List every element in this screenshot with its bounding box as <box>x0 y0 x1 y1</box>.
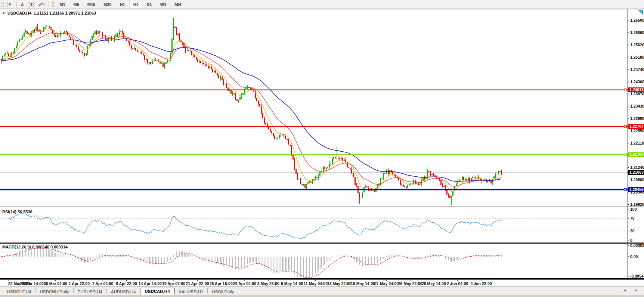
price-tick-label: 1.22110 <box>630 141 644 145</box>
timeframe-button-m1[interactable]: M1 <box>56 1 69 8</box>
chart-window: 1.265001.260601.256201.251801.247401.243… <box>0 9 644 286</box>
date-tick-label: 19 Apr 07:00 <box>162 281 185 286</box>
symbol-tab-bar: USDCHF,H4USDCNH,DailyEURUSD,H4AUDUSD,H4U… <box>0 286 644 296</box>
chart-ohlc-values: 1.21151 1.21166 1.20971 1.21063 <box>34 11 96 15</box>
price-tick-label: 1.26060 <box>630 30 644 35</box>
price-tick-label: 1.21240 <box>630 165 644 170</box>
tab-scroll-right-icon[interactable]: ► <box>635 288 642 292</box>
date-tick-label: 13 May 22:00 <box>327 281 352 286</box>
timeframe-button-h1[interactable]: H1 <box>116 1 129 8</box>
price-tick-label: 1.25180 <box>630 55 644 59</box>
text-t-icon[interactable]: T <box>27 1 36 8</box>
symbol-tab-eurusd[interactable]: EURUSD,H4 <box>74 288 106 296</box>
date-tick-label: 6 May 14:00 <box>281 281 303 286</box>
toolbar-drag-handle[interactable] <box>1 1 4 7</box>
timeframe-button-h4[interactable]: H4 <box>130 1 142 8</box>
tab-scroll-left-icon[interactable]: ◄ <box>623 288 630 292</box>
current-price-label-text: 1.21063 <box>629 170 644 174</box>
timeframe-button-m15[interactable]: M15 <box>84 1 99 8</box>
date-tick-label: 28 May 14:00 <box>422 281 446 286</box>
symbol-tab-xauusd[interactable]: XAUUSD,H1 <box>175 288 208 296</box>
rsi-indicator-label: RSI(14) 56.5536 <box>2 210 32 214</box>
date-tick-label: 21 May 04:00 <box>374 281 399 286</box>
toolbar-separator <box>49 1 49 8</box>
date-tick-label: 4 Jun 22:00 <box>470 281 492 286</box>
hline-price-label-text: 1.20456 <box>629 187 644 192</box>
price-tick-label: 1.24740 <box>630 67 644 72</box>
chart-f-icon[interactable]: F <box>5 1 15 8</box>
hline-price-label-text: 1.22704 <box>629 124 644 129</box>
macd-tick-label: 0.00 <box>630 254 638 259</box>
date-tick-label: 18 May 14:00 <box>351 281 375 286</box>
hline-anchor <box>624 188 626 191</box>
price-tick-label: 1.22550 <box>630 129 644 133</box>
hline-anchor <box>624 89 626 91</box>
timeframe-button-d1[interactable]: D1 <box>143 1 156 8</box>
macd-tick-label: 0.003035 <box>630 243 644 248</box>
chart-scroll-marker-icon[interactable] <box>638 10 643 15</box>
text-a-icon[interactable]: A <box>19 1 26 8</box>
date-tick-label: 26 Apr 15:00 <box>210 281 233 286</box>
date-tick-label: 7 Apr 04:00 <box>92 281 113 286</box>
rsi-tick-label: 100 <box>630 207 637 211</box>
tab-scroll-arrows: ◄ ► <box>623 288 642 292</box>
price-chart[interactable]: 1.265001.260601.256201.251801.247401.243… <box>0 9 644 286</box>
hline-price-label-text: 1.24013 <box>629 87 644 92</box>
date-tick-label: 14 Apr 14:00 <box>139 281 162 286</box>
price-tick-label: 1.22990 <box>630 116 644 121</box>
rsi-tick-label: 0 <box>630 238 632 242</box>
price-tick-label: 1.19920 <box>630 202 644 207</box>
top-toolbar: F A T ⤢ ▾ M1M5M15M30H1H4D1W1MN <box>0 0 644 9</box>
style-arrows-icon[interactable]: ⤢ ▾ <box>37 1 47 8</box>
chart-title[interactable]: ▼ USDCAD,H4 1.21151 1.21166 1.20971 1.21… <box>2 11 96 15</box>
macd-tick-label: -0.005429 <box>630 274 644 278</box>
hline-price-label-text: 1.21704 <box>629 152 644 157</box>
date-tick-label: 29 Apr 04:00 <box>233 281 256 286</box>
timeframe-button-m5[interactable]: M5 <box>70 1 83 8</box>
rsi-tick-label: 30 <box>630 229 635 233</box>
price-tick-label: 1.20800 <box>630 177 644 182</box>
arrows-glyph: ⤢ <box>39 2 42 7</box>
date-tick-label: 11 May 04:00 <box>304 281 328 286</box>
date-tick-label: 25 Mar 14:00 <box>20 281 44 286</box>
date-tick-label: 25 May 22:00 <box>398 281 422 286</box>
price-tick-label: 1.25620 <box>630 43 644 47</box>
date-tick-label: 1 Apr 22:00 <box>69 281 90 286</box>
text-a-glyph: A <box>21 2 24 7</box>
trading-terminal: F A T ⤢ ▾ M1M5M15M30H1H4D1W1MN 1.265001.… <box>0 0 644 297</box>
text-t-glyph: T <box>29 2 34 7</box>
price-tick-label: 1.23430 <box>630 104 644 108</box>
symbol-tab-usdcad[interactable]: USDCAD,H4 <box>140 288 174 296</box>
tabs-container: USDCHF,H4USDCNH,DailyEURUSD,H4AUDUSD,H4U… <box>3 287 238 296</box>
symbol-tab-usdcnh[interactable]: USDCNH,Daily <box>36 288 73 296</box>
chevron-down-icon: ▾ <box>43 3 44 6</box>
symbol-tab-audusd[interactable]: AUDUSD,H4 <box>107 288 140 296</box>
timeframe-button-w1[interactable]: W1 <box>157 1 170 8</box>
date-tick-label: 3 May 23:00 <box>257 281 279 286</box>
macd-indicator-label: MACD(12,26,9) 0.000646 0.000314 <box>2 245 68 249</box>
timeframe-button-m30[interactable]: M30 <box>100 1 115 8</box>
symbol-tab-usoil[interactable]: USOil,Daily <box>208 288 238 296</box>
chart-dropdown-icon[interactable]: ▼ <box>2 12 5 15</box>
date-tick-label: 21 Apr 22:00 <box>186 281 209 286</box>
chart-symbol-label: USDCAD,H4 <box>7 11 31 15</box>
chart-f-glyph: F <box>7 2 12 7</box>
rsi-tick-label: 70 <box>630 216 635 220</box>
price-tick-label: 1.24300 <box>630 80 644 84</box>
tab-separator <box>238 288 238 293</box>
hline-anchor <box>624 126 626 128</box>
date-tick-label: 2 Jun 04:00 <box>447 281 468 286</box>
timeframe-button-mn[interactable]: MN <box>171 1 185 8</box>
toolbar-separator <box>16 1 17 8</box>
toolbar-drag-handle[interactable] <box>52 1 54 7</box>
hline-anchor <box>624 154 626 156</box>
price-tick-label: 1.26500 <box>630 18 644 22</box>
date-tick-label: 30 Mar 04:00 <box>44 281 67 286</box>
timeframe-button-group: M1M5M15M30H1H4D1W1MN <box>55 1 185 8</box>
date-tick-label: 9 Apr 22:00 <box>116 281 137 286</box>
bottom-strip <box>0 295 644 297</box>
symbol-tab-usdchf[interactable]: USDCHF,H4 <box>3 288 35 296</box>
